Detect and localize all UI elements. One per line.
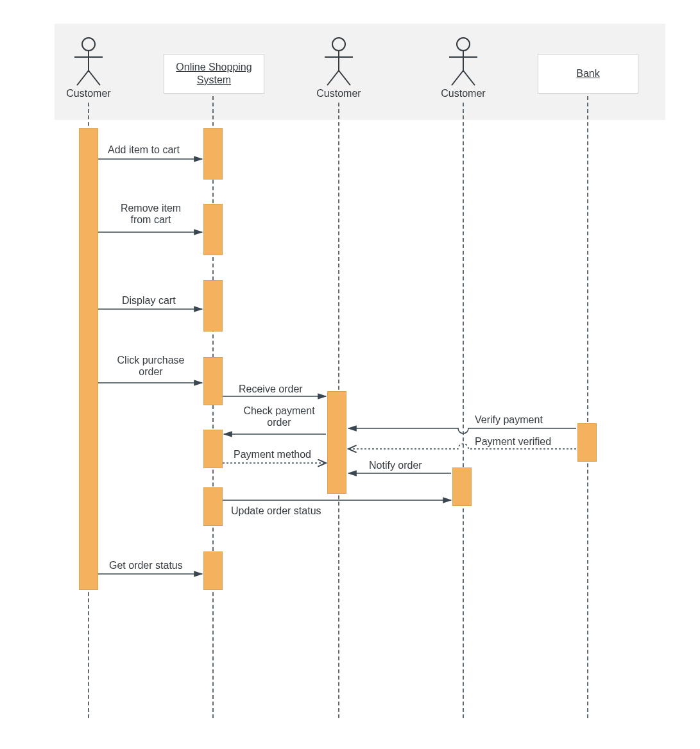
svg-line-13 [452,71,463,85]
actor-customer-3: Customer [425,35,502,99]
msg-notify-order: Notify order [369,460,422,471]
activation-p4 [452,467,472,506]
actor-customer-1: Customer [50,35,127,99]
activation-p2-status [203,551,223,590]
svg-line-3 [77,71,89,85]
msg-remove-item: Remove item from cart [115,203,186,226]
actor-label: Customer [300,88,377,99]
msg-verify-payment: Verify payment [475,414,543,426]
object-label: Bank [576,67,599,80]
person-icon [444,35,482,87]
sequence-diagram: Customer Online Shopping System Customer… [0,0,700,749]
activation-p3 [327,391,346,494]
svg-line-8 [327,71,339,85]
svg-line-4 [89,71,100,85]
activation-p2-update [203,487,223,526]
actor-label: Customer [50,88,127,99]
msg-receive-order: Receive order [239,383,303,395]
svg-point-0 [82,38,95,51]
msg-display-cart: Display cart [122,295,176,307]
svg-point-10 [457,38,470,51]
activation-p2-purchase [203,357,223,405]
person-icon [69,35,108,87]
activation-p2-remove [203,204,223,255]
lifeline-p5 [587,96,588,718]
actor-customer-2: Customer [300,35,377,99]
msg-payment-verified: Payment verified [475,436,551,448]
actor-label: Customer [425,88,502,99]
svg-point-5 [332,38,345,51]
object-label: Online Shopping System [164,61,264,87]
activation-p5 [577,423,597,462]
activation-p2-payment [203,430,223,468]
lifeline-p2 [212,96,214,718]
msg-get-status: Get order status [109,560,183,571]
activation-p2-display [203,280,223,332]
object-bank: Bank [538,54,638,94]
person-icon [320,35,358,87]
svg-line-9 [339,71,350,85]
msg-click-purchase: Click purchase order [112,355,189,378]
msg-add-item: Add item to cart [108,144,180,156]
lifeline-p4 [463,103,464,718]
msg-update-status: Update order status [231,505,321,517]
msg-check-payment: Check payment order [237,405,321,429]
object-shopping-system: Online Shopping System [164,54,264,94]
svg-line-14 [463,71,475,85]
activation-p2-add [203,128,223,180]
activation-p1-main [79,128,98,590]
msg-payment-method: Payment method [234,449,311,460]
